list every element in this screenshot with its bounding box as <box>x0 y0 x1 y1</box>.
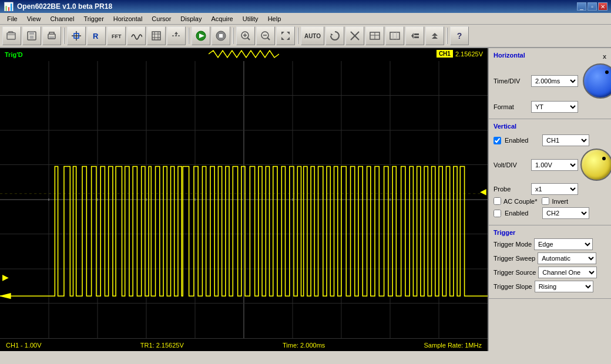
trigger-mode-label: Trigger Mode <box>494 241 532 248</box>
cursors-button[interactable] <box>385 26 404 45</box>
trigger-sweep-select[interactable]: Automatic Normal Single <box>538 252 596 264</box>
menu-utility[interactable]: Utility <box>238 14 263 23</box>
ch1-status: CH1 - 1.00V <box>6 342 42 349</box>
menu-display[interactable]: Display <box>176 14 206 23</box>
horizontal-knob[interactable] <box>583 63 611 99</box>
time-status: Time: 2.000ms <box>283 342 325 349</box>
svg-marker-18 <box>174 32 178 34</box>
titlebar: 📊 Open6022BE v1.0 beta PR18 _ ▫ ✕ <box>0 0 611 13</box>
vertical-knob[interactable] <box>580 149 611 181</box>
menu-acquire[interactable]: Acquire <box>206 14 237 23</box>
zoom-out-button[interactable] <box>256 26 275 45</box>
ch1-badge: CH1 <box>437 50 453 58</box>
trigger-mode-select[interactable]: Edge Pulse Slope <box>534 238 593 250</box>
help-button[interactable]: ? <box>450 26 469 45</box>
probe-select[interactable]: x1 x10 x100 <box>531 183 578 195</box>
auto-button[interactable]: AUTO <box>301 26 324 45</box>
svg-line-29 <box>267 38 270 40</box>
horizontal-section: Horizontal x Time/DIV 2.000ms 100us 200u… <box>489 48 611 119</box>
ac-couple-label: AC Couple* <box>494 197 537 205</box>
measure-button[interactable] <box>67 26 86 45</box>
waveform-display <box>0 61 488 338</box>
zoom-in-button[interactable] <box>236 26 255 45</box>
svg-rect-5 <box>49 36 54 38</box>
open-button[interactable] <box>2 26 21 45</box>
svg-marker-34 <box>331 33 333 36</box>
menu-trigger[interactable]: Trigger <box>79 14 108 23</box>
ch2-channel-select[interactable]: CH2 CH1 <box>542 207 589 219</box>
trigger-slope-row: Trigger Slope Rising Falling <box>494 281 606 292</box>
vertical-section: Vertical Enabled CH1 CH2 Volt/DIV <box>489 119 611 225</box>
time-div-select[interactable]: 2.000ms 100us 200us 500us 1.000ms 5.000m… <box>531 75 578 87</box>
svg-rect-2 <box>29 32 34 35</box>
save-button[interactable] <box>22 26 41 45</box>
enabled-label: Enabled <box>505 137 540 144</box>
close-horizontal-button[interactable]: x <box>603 53 606 60</box>
ch2-row: Enabled CH2 CH1 <box>494 207 611 219</box>
svg-rect-15 <box>152 32 160 40</box>
time-div-knob[interactable] <box>583 63 611 99</box>
ref-button[interactable] <box>167 26 186 45</box>
menu-view[interactable]: View <box>22 14 46 23</box>
ch1-voltage: 2.15625V <box>455 50 483 58</box>
ch2-enabled-checkbox[interactable] <box>494 210 501 217</box>
decode-button[interactable] <box>405 26 424 45</box>
svg-marker-43 <box>411 33 414 39</box>
trigger-indicator <box>209 49 279 60</box>
menu-channel[interactable]: Channel <box>45 14 79 23</box>
play-button[interactable] <box>192 26 210 45</box>
trigger-level-marker: ◀ <box>480 187 486 196</box>
svg-rect-0 <box>7 33 15 39</box>
ch1-enabled-row: Enabled CH1 CH2 <box>494 134 611 146</box>
ac-invert-row: AC Couple* Invert <box>494 197 611 205</box>
print-button[interactable] <box>42 26 61 45</box>
zoom-fit-button[interactable] <box>276 26 295 45</box>
toolbar-sep-1 <box>63 28 65 44</box>
scope-area: Trig'D CH1 2.15625V <box>0 48 488 351</box>
trigger-slope-select[interactable]: Rising Falling <box>535 281 593 292</box>
trigger-title: Trigger <box>494 229 515 236</box>
svg-line-26 <box>247 38 250 40</box>
ch1-channel-select[interactable]: CH1 CH2 <box>542 134 589 146</box>
time-div-row: Time/DIV 2.000ms 100us 200us 500us 1.000… <box>494 63 606 99</box>
knob-dot <box>605 70 609 74</box>
menu-horizontal[interactable]: Horizontal <box>109 14 147 23</box>
maximize-button[interactable]: ▫ <box>588 2 597 11</box>
trigger-sweep-row: Trigger Sweep Automatic Normal Single <box>494 252 606 264</box>
grid-button[interactable] <box>147 26 166 45</box>
measure2-button[interactable] <box>365 26 384 45</box>
stop-button[interactable] <box>212 26 230 45</box>
format-select[interactable]: YT XY <box>531 101 578 113</box>
trigger-source-select[interactable]: Channel One Channel Two External <box>538 267 597 278</box>
svg-rect-45 <box>414 36 419 38</box>
close-button[interactable]: ✕ <box>598 2 607 11</box>
run-button[interactable] <box>325 26 344 45</box>
trigger-section: Trigger Trigger Mode Edge Pulse Slope Tr… <box>489 225 611 299</box>
minimize-button[interactable]: _ <box>577 2 586 11</box>
fft-button[interactable]: FFT <box>107 26 126 45</box>
titlebar-title: Open6022BE v1.0 beta PR18 <box>17 2 112 11</box>
volt-div-row: Volt/DIV 1.00V 100mV 200mV 500mV 2.00V 5… <box>494 149 611 181</box>
reset-button[interactable]: R <box>87 26 106 45</box>
svg-text:R: R <box>93 32 99 41</box>
trigger-mode-row: Trigger Mode Edge Pulse Slope <box>494 238 606 250</box>
export-button[interactable] <box>425 26 444 45</box>
menu-cursor[interactable]: Cursor <box>147 14 176 23</box>
ac-couple-checkbox[interactable] <box>494 197 501 205</box>
menu-help[interactable]: Help <box>263 14 286 23</box>
invert-checkbox[interactable] <box>542 197 549 205</box>
time-div-label: Time/DIV <box>494 77 529 85</box>
wave-button[interactable] <box>127 26 146 45</box>
format-row: Format YT XY <box>494 101 606 113</box>
vertical-title: Vertical <box>494 123 516 130</box>
menu-file[interactable]: File <box>2 14 22 23</box>
volt-div-knob[interactable] <box>580 149 611 181</box>
svg-text:FFT: FFT <box>112 33 122 39</box>
trigger-slope-label: Trigger Slope <box>494 283 532 290</box>
single-button[interactable] <box>345 26 364 45</box>
volt-div-label: Volt/DIV <box>494 161 529 168</box>
scope-header: Trig'D CH1 2.15625V <box>0 48 488 61</box>
ch1-enabled-checkbox[interactable] <box>494 137 501 144</box>
volt-div-select[interactable]: 1.00V 100mV 200mV 500mV 2.00V 5.00V <box>531 159 578 171</box>
knob-dot-vertical <box>602 157 606 160</box>
